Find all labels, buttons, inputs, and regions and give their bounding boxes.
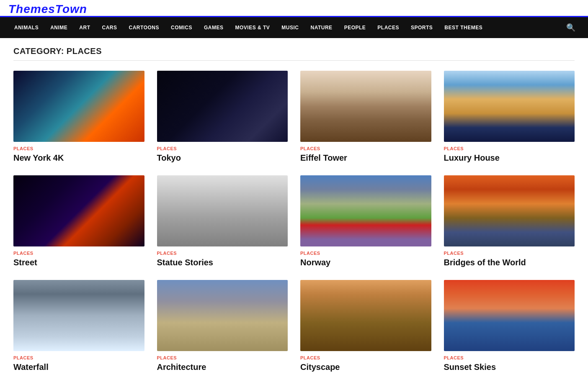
post-title[interactable]: Tokyo xyxy=(157,153,288,163)
post-thumbnail xyxy=(13,71,144,142)
post-title[interactable]: Sunset Skies xyxy=(444,362,575,372)
post-title[interactable]: Norway xyxy=(300,257,431,267)
nav-item: COMICS xyxy=(165,17,198,38)
post-card[interactable]: PLACESNew York 4K xyxy=(13,71,144,163)
nav-link-people[interactable]: PEOPLE xyxy=(338,17,372,38)
nav-item: MUSIC xyxy=(276,17,304,38)
post-category: PLACES xyxy=(300,146,431,151)
nav-item: SPORTS xyxy=(405,17,438,38)
post-thumbnail xyxy=(13,280,144,351)
nav-link-art[interactable]: ART xyxy=(73,17,96,38)
post-card[interactable]: PLACESLuxury House xyxy=(444,71,575,163)
nav-link-animals[interactable]: ANIMALS xyxy=(8,17,44,38)
posts-grid: PLACESNew York 4KPLACESTokyoPLACESEiffel… xyxy=(13,71,575,372)
post-card[interactable]: PLACESTokyo xyxy=(157,71,288,163)
post-category: PLACES xyxy=(444,146,575,151)
search-button[interactable]: 🔍 xyxy=(562,19,580,36)
post-category: PLACES xyxy=(157,251,288,256)
nav-link-sports[interactable]: SPORTS xyxy=(405,17,438,38)
post-title[interactable]: Architecture xyxy=(157,362,288,372)
nav-link-places[interactable]: PLACES xyxy=(371,17,405,38)
post-category: PLACES xyxy=(444,355,575,360)
nav-item: PLACES xyxy=(371,17,405,38)
nav-link-anime[interactable]: ANIME xyxy=(44,17,73,38)
post-thumbnail xyxy=(157,280,288,351)
post-thumbnail xyxy=(157,71,288,142)
post-thumbnail xyxy=(444,71,575,142)
nav-link-comics[interactable]: COMICS xyxy=(165,17,198,38)
main-content: CATEGORY: PLACES PLACESNew York 4KPLACES… xyxy=(5,38,583,380)
nav-item: GAMES xyxy=(198,17,230,38)
nav-link-music[interactable]: MUSIC xyxy=(276,17,304,38)
nav-item: PEOPLE xyxy=(338,17,372,38)
post-card[interactable]: PLACESBridges of the World xyxy=(444,175,575,267)
category-title: CATEGORY: PLACES xyxy=(13,46,575,61)
post-category: PLACES xyxy=(300,251,431,256)
post-title[interactable]: Eiffel Tower xyxy=(300,153,431,163)
nav-link-movies-and-tv[interactable]: MOVIES & TV xyxy=(230,17,276,38)
nav-item: ANIMALS xyxy=(8,17,44,38)
post-category: PLACES xyxy=(157,146,288,151)
nav-list: ANIMALSANIMEARTCARSCARTOONSCOMICSGAMESMO… xyxy=(8,17,562,38)
post-card[interactable]: PLACESStreet xyxy=(13,175,144,267)
post-card[interactable]: PLACESWaterfall xyxy=(13,280,144,372)
nav-link-cars[interactable]: CARS xyxy=(96,17,123,38)
post-title[interactable]: Bridges of the World xyxy=(444,257,575,267)
nav-item: BEST THEMES xyxy=(438,17,488,38)
post-category: PLACES xyxy=(13,251,144,256)
post-card[interactable]: PLACESEiffel Tower xyxy=(300,71,431,163)
post-thumbnail xyxy=(444,280,575,351)
site-logo[interactable]: ThemesTown xyxy=(8,3,87,15)
post-card[interactable]: PLACESNorway xyxy=(300,175,431,267)
post-title[interactable]: Luxury House xyxy=(444,153,575,163)
nav-link-nature[interactable]: NATURE xyxy=(305,17,338,38)
post-category: PLACES xyxy=(13,355,144,360)
post-card[interactable]: PLACESStatue Stories xyxy=(157,175,288,267)
post-title[interactable]: Cityscape xyxy=(300,362,431,372)
post-title[interactable]: Statue Stories xyxy=(157,257,288,267)
post-thumbnail xyxy=(13,175,144,246)
nav-item: NATURE xyxy=(305,17,338,38)
site-header: ThemesTown xyxy=(0,0,588,17)
main-nav: ANIMALSANIMEARTCARSCARTOONSCOMICSGAMESMO… xyxy=(0,17,588,38)
nav-item: MOVIES & TV xyxy=(230,17,276,38)
post-title[interactable]: Street xyxy=(13,257,144,267)
post-title[interactable]: New York 4K xyxy=(13,153,144,163)
post-title[interactable]: Waterfall xyxy=(13,362,144,372)
nav-item: ANIME xyxy=(44,17,73,38)
post-thumbnail xyxy=(157,175,288,246)
nav-link-games[interactable]: GAMES xyxy=(198,17,230,38)
post-thumbnail xyxy=(300,71,431,142)
post-category: PLACES xyxy=(13,146,144,151)
post-category: PLACES xyxy=(444,251,575,256)
nav-link-cartoons[interactable]: CARTOONS xyxy=(123,17,165,38)
nav-item: CARS xyxy=(96,17,123,38)
post-category: PLACES xyxy=(157,355,288,360)
post-card[interactable]: PLACESArchitecture xyxy=(157,280,288,372)
post-card[interactable]: PLACESCityscape xyxy=(300,280,431,372)
post-card[interactable]: PLACESSunset Skies xyxy=(444,280,575,372)
nav-item: CARTOONS xyxy=(123,17,165,38)
post-thumbnail xyxy=(444,175,575,246)
nav-link-best-themes[interactable]: BEST THEMES xyxy=(438,17,488,38)
post-thumbnail xyxy=(300,175,431,246)
nav-item: ART xyxy=(73,17,96,38)
post-thumbnail xyxy=(300,280,431,351)
post-category: PLACES xyxy=(300,355,431,360)
